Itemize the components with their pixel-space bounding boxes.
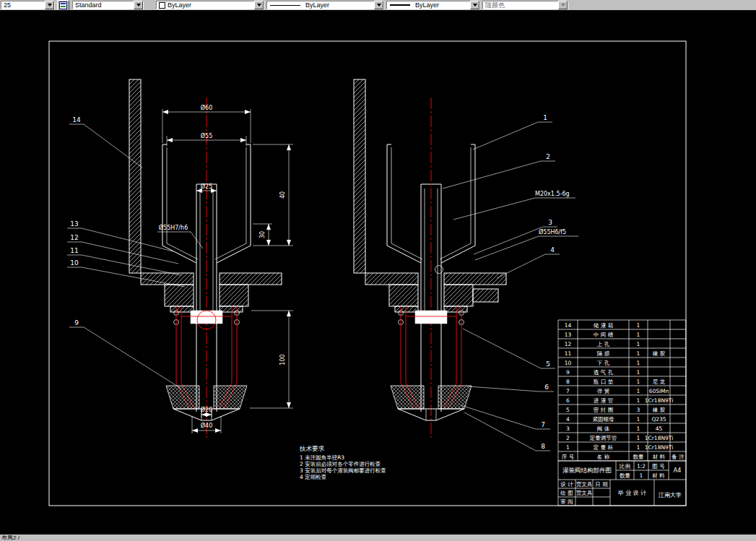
designer-name: 贾文具	[576, 481, 593, 488]
port-circle	[435, 266, 443, 274]
material-label: 材 料	[652, 472, 665, 479]
bom-cell: 1	[637, 416, 640, 423]
dim-d25: Ø25	[201, 183, 212, 190]
plotstyle-combo[interactable]: 随颜色	[482, 1, 568, 9]
lock-nut-section	[473, 289, 498, 302]
callout-label: 6	[544, 384, 549, 391]
engineering-drawing: Ø60 Ø55 Ø25 Ø55H7/h6 40 30 100 Ø20 Ø40	[0, 10, 756, 534]
title-block: 灌装阀结构部件图 比例 1:2 图 号 A4 数量 1 材 料 设 计 贾文具 …	[558, 461, 686, 506]
bom-cell: 1	[637, 388, 640, 394]
text-style-combo[interactable]: Standard	[72, 1, 144, 9]
bom-cell: 3	[637, 407, 640, 413]
layers-icon	[59, 1, 67, 9]
bom-cell: 8	[566, 378, 570, 385]
chevron-down-icon	[473, 4, 477, 9]
bom-cell: 1	[566, 444, 570, 451]
bom-cell: 1	[637, 369, 640, 376]
tech-requirements-title: 技术要求	[299, 445, 325, 452]
drafter-name: 贾文具	[576, 490, 593, 496]
callout-label: 10	[70, 259, 79, 267]
review-label: 审 阅	[560, 498, 573, 505]
chevron-down-icon	[377, 4, 381, 9]
bom-cell: 3	[566, 425, 570, 432]
bom-header: 备 注	[672, 454, 685, 460]
bom-header: 名 称	[597, 454, 610, 460]
text-style-combo-value: Standard	[73, 1, 134, 9]
dim-d20: Ø20	[201, 406, 212, 413]
linetype-icon	[270, 5, 300, 6]
bom-cell: 密 封 圈	[594, 407, 613, 413]
callout-leader	[474, 227, 543, 254]
lineweight-combo-value: ByLayer	[413, 1, 470, 9]
bom-cell: 定 量 杯	[593, 444, 614, 451]
bom-cell: 9	[566, 369, 570, 376]
callout-label: 5	[546, 360, 550, 368]
bom-cell: 1Cr18N9Ti	[645, 435, 673, 441]
date-label: 日 期	[595, 481, 607, 488]
layer-combo-arrow[interactable]	[45, 1, 54, 9]
qty-label: 数量	[620, 472, 631, 479]
callout-label: 9	[74, 319, 79, 326]
lineweight-icon	[390, 4, 410, 6]
bom-cell: 14	[565, 322, 572, 329]
callout-leader	[461, 405, 536, 429]
bom-cell: 12	[565, 341, 572, 347]
bom-cell: 1	[637, 322, 640, 329]
annotation-fit-right: Ø55H6/f5	[539, 228, 566, 235]
toolbar: 25 Standard ByLayer ByLayer ByLayer 随颜色	[0, 0, 756, 10]
layer-properties-button[interactable]	[57, 0, 69, 11]
bom-cell: 弹 簧	[597, 388, 610, 394]
school-name: 江南大学	[658, 492, 682, 498]
lineweight-combo[interactable]: ByLayer	[386, 1, 480, 9]
right-view-annotations: M20x1.5-6g Ø55H6/f5	[453, 191, 578, 260]
bom-cell: 10	[565, 360, 572, 366]
tech-requirement-item: 4 定期检查	[300, 474, 326, 480]
dim-30: 30	[259, 231, 266, 238]
color-combo[interactable]: ByLayer	[156, 1, 264, 9]
callout-leader	[497, 254, 545, 278]
status-bar: 布局2 /	[0, 534, 756, 541]
bom-table: 14储 液 箱113中 间 槽112上 孔111隔 膜1橡 胶10下 孔19透 …	[558, 320, 686, 461]
linetype-combo-arrow[interactable]	[374, 1, 383, 9]
text-style-combo-arrow[interactable]	[134, 1, 143, 9]
callout-label: 4	[550, 246, 555, 254]
plotstyle-combo-arrow	[558, 1, 568, 9]
bom-cell: 上 孔	[597, 341, 610, 347]
tech-requirement-item: 1 未注圆角半径R3	[300, 454, 344, 461]
bom-cell: 阀 体	[597, 425, 610, 432]
layer-combo[interactable]: 25	[1, 1, 55, 9]
linetype-combo[interactable]: ByLayer	[266, 1, 384, 9]
callout-leader	[84, 327, 181, 389]
drawing-area[interactable]: Ø60 Ø55 Ø25 Ø55H7/h6 40 30 100 Ø20 Ø40	[0, 10, 756, 534]
scale-value: 1:2	[637, 463, 646, 469]
bom-cell: 橡 胶	[653, 350, 666, 357]
callout-leader	[464, 412, 536, 451]
dim-100: 100	[279, 354, 286, 365]
bom-cell: 1	[637, 332, 640, 338]
left-view: Ø60 Ø55 Ø25 Ø55H7/h6 40 30 100 Ø20 Ø40	[129, 79, 293, 438]
bom-cell: 尼 龙	[653, 378, 666, 385]
bom-cell: 紧固螺母	[593, 416, 615, 423]
bom-cell: 1Cr18N9Ti	[645, 397, 673, 404]
qty-value: 1	[640, 472, 643, 479]
lineweight-combo-arrow[interactable]	[470, 1, 479, 9]
layer-combo-value: 25	[1, 1, 45, 9]
callout-label: 14	[72, 116, 81, 124]
dim-d60: Ø60	[201, 104, 212, 111]
chevron-down-icon	[48, 4, 52, 9]
color-combo-arrow[interactable]	[254, 1, 264, 9]
titleblock-drawing-title: 灌装阀结构部件图	[562, 467, 612, 474]
cad-window: { "palette": { "canvas_bg": "#000000", "…	[0, 0, 756, 541]
bom-cell: 11	[565, 350, 572, 357]
linetype-combo-value: ByLayer	[303, 1, 374, 9]
bom-cell: 13	[565, 332, 572, 338]
bom-cell: 进 液 管	[594, 397, 613, 404]
layout-tab[interactable]: 布局2 /	[1, 534, 19, 541]
chevron-down-icon	[561, 4, 565, 9]
bom-cell: 储 液 箱	[594, 322, 614, 329]
color-combo-value: ByLayer	[165, 1, 254, 9]
callout-label: 11	[70, 247, 78, 254]
tech-requirement-item: 2 安装前必须对各个零件进行检查	[300, 461, 381, 467]
bom-cell: 橡 胶	[653, 407, 666, 413]
bom-header: 序 号	[562, 454, 575, 460]
